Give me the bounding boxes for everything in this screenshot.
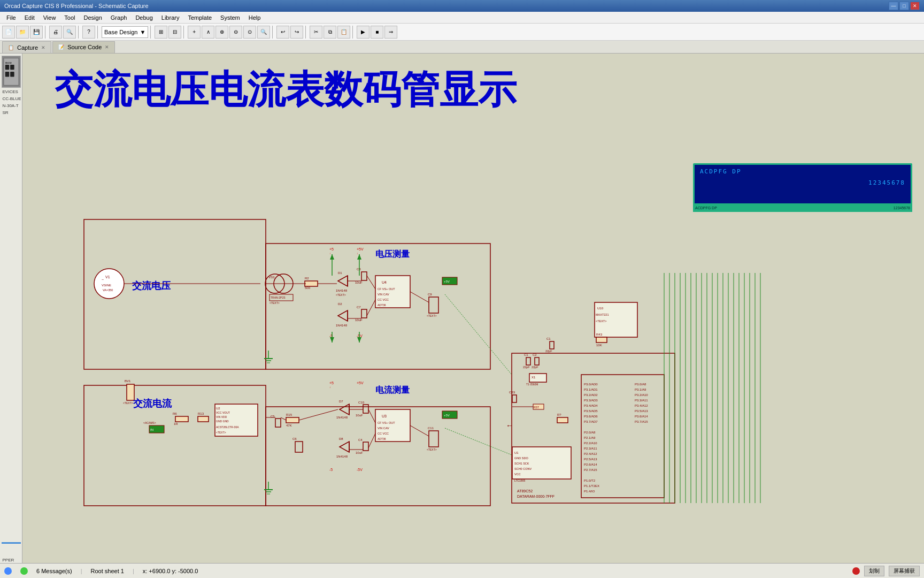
- status-draw-button[interactable]: 划制: [864, 566, 884, 576]
- svg-text:C4: C4: [358, 438, 363, 442]
- open-button[interactable]: 📁: [16, 26, 29, 39]
- svg-text:P3.3/A11: P3.3/A11: [635, 399, 648, 402]
- svg-rect-3: [10, 65, 14, 70]
- svg-text:1N4148: 1N4148: [336, 289, 348, 292]
- print-button[interactable]: 🖨: [49, 26, 62, 39]
- svg-marker-193: [330, 337, 334, 343]
- save-button[interactable]: 💾: [30, 26, 43, 39]
- redo-button[interactable]: ↪: [290, 26, 303, 39]
- svg-rect-70: [215, 404, 258, 436]
- svg-text:<TEXT>: <TEXT>: [596, 320, 606, 323]
- svg-text:GND  SDO: GND SDO: [514, 457, 528, 460]
- paste-button[interactable]: 📋: [337, 26, 350, 39]
- svg-text:P3.7/A15: P3.7/A15: [635, 420, 648, 423]
- status-divider-2: |: [133, 568, 134, 574]
- svg-text:C11: C11: [428, 427, 434, 430]
- svg-text:47K: 47K: [286, 424, 292, 427]
- svg-text:C9: C9: [428, 293, 432, 296]
- svg-text:ACST28LCTR-30A: ACST28LCTR-30A: [216, 425, 239, 429]
- app-title: Orcad Capture CIS 8 Professional - Schem…: [4, 3, 149, 9]
- menu-design[interactable]: Design: [80, 13, 106, 22]
- toolbar-sep-6: [272, 26, 274, 39]
- new-button[interactable]: 📄: [2, 26, 15, 39]
- print-preview-button[interactable]: 🔍: [63, 26, 76, 39]
- svg-rect-7: [266, 244, 490, 369]
- step-button[interactable]: ⇒: [384, 26, 397, 39]
- svg-text:P2.3/A11: P2.3/A11: [584, 447, 597, 450]
- schematic-title: 交流电压电流表数码管显示: [55, 64, 517, 116]
- menu-graph[interactable]: Graph: [106, 13, 132, 22]
- close-button[interactable]: ✕: [910, 2, 920, 10]
- copy-button[interactable]: ⧉: [324, 26, 336, 39]
- menu-system[interactable]: System: [216, 13, 244, 22]
- svg-rect-62: [175, 416, 188, 422]
- menu-library[interactable]: Library: [157, 13, 184, 22]
- svg-text:-5: -5: [329, 468, 333, 471]
- add-wire-button[interactable]: ∧: [202, 26, 214, 39]
- svg-text:+5: +5: [329, 381, 334, 385]
- toolbar-sep-3: [97, 26, 99, 39]
- svg-line-205: [445, 428, 512, 455]
- status-right: 划制 屏幕捕获: [852, 566, 920, 576]
- status-indicator-red: [852, 567, 860, 575]
- svg-rect-98: [375, 409, 410, 442]
- grid2-button[interactable]: ⊟: [168, 26, 181, 39]
- sidebar-highlight: [2, 542, 21, 544]
- svg-text:10K: 10K: [596, 344, 602, 347]
- svg-text:SCH1  SCK: SCH1 SCK: [514, 462, 529, 465]
- menu-edit[interactable]: Edit: [20, 13, 39, 22]
- help-button[interactable]: ?: [82, 26, 95, 39]
- status-capture-button[interactable]: 屏幕捕获: [889, 566, 920, 576]
- tab-capture-close[interactable]: ✕: [41, 45, 45, 50]
- sidebar-pper[interactable]: PPER: [2, 557, 21, 563]
- svg-text:P3.4/AD4: P3.4/AD4: [584, 404, 598, 407]
- stop-button[interactable]: ■: [371, 26, 383, 39]
- zoom-in-button[interactable]: ⊕: [215, 26, 228, 39]
- svg-text:BV1: BV1: [125, 379, 131, 383]
- zoom-out-button[interactable]: ⊖: [229, 26, 242, 39]
- svg-text:10uF: 10uF: [356, 451, 363, 454]
- menu-tool[interactable]: Tool: [60, 13, 79, 22]
- svg-text:<TEXT>: <TEXT>: [270, 301, 280, 305]
- grid-button[interactable]: ⊞: [155, 26, 167, 39]
- svg-text:X1: X1: [532, 376, 536, 379]
- svg-text:P3.0/A8: P3.0/A8: [635, 383, 646, 386]
- menu-bar: File Edit View Tool Design Graph Debug L…: [0, 12, 924, 24]
- svg-text:AT89C52: AT89C52: [517, 489, 533, 493]
- menu-help[interactable]: Help: [244, 13, 265, 22]
- run-button[interactable]: ▶: [357, 26, 369, 39]
- menu-file[interactable]: File: [2, 13, 20, 22]
- svg-text:P2.1/A9: P2.1/A9: [584, 436, 596, 439]
- sidebar-sr[interactable]: SR: [2, 110, 21, 116]
- svg-text:U3: U3: [382, 414, 387, 418]
- svg-text:VCC: VCC: [514, 473, 521, 476]
- undo-button[interactable]: ↩: [276, 26, 289, 39]
- tab-source-code[interactable]: 📝 Source Code ✕: [52, 41, 115, 53]
- zoom-all-button[interactable]: ⊙: [243, 26, 256, 39]
- component-thumbnail[interactable]: 数码管: [2, 56, 21, 88]
- menu-template[interactable]: Template: [183, 13, 216, 22]
- window-controls[interactable]: — □ ✕: [889, 2, 920, 10]
- toolbar-sep-1: [45, 26, 47, 39]
- maximize-button[interactable]: □: [899, 2, 909, 10]
- svg-text:R43: R43: [596, 333, 603, 336]
- minimize-button[interactable]: —: [889, 2, 898, 10]
- sidebar-cc-blue[interactable]: CC-BLUE: [2, 96, 21, 102]
- tab-capture[interactable]: 📋 Capture ✕: [2, 41, 51, 53]
- svg-text:1N4148: 1N4148: [336, 324, 348, 327]
- svg-text:+5V: +5V: [357, 247, 364, 251]
- cut-button[interactable]: ✂: [310, 26, 322, 39]
- sidebar-n30at[interactable]: N-30A-T: [2, 103, 21, 109]
- svg-rect-104: [429, 431, 438, 447]
- menu-debug[interactable]: Debug: [131, 13, 157, 22]
- zoom-area-button[interactable]: 🔍: [257, 26, 270, 39]
- add-part-button[interactable]: +: [188, 26, 201, 39]
- tab-source-code-close[interactable]: ✕: [105, 44, 109, 50]
- schematic-area[interactable]: 交流电压电流表数码管显示 ~ VSINE V1 VA=350 交流电压 VS3 …: [22, 54, 924, 563]
- menu-view[interactable]: View: [39, 13, 60, 22]
- design-dropdown[interactable]: Base Design ▼: [102, 26, 148, 38]
- lcd-status-bar: ACDPFG DP 12345678: [693, 203, 912, 212]
- svg-text:VIN  CAV: VIN CAV: [378, 293, 389, 296]
- svg-text:22pF: 22pF: [523, 366, 530, 369]
- svg-text:+5V: +5V: [444, 414, 450, 417]
